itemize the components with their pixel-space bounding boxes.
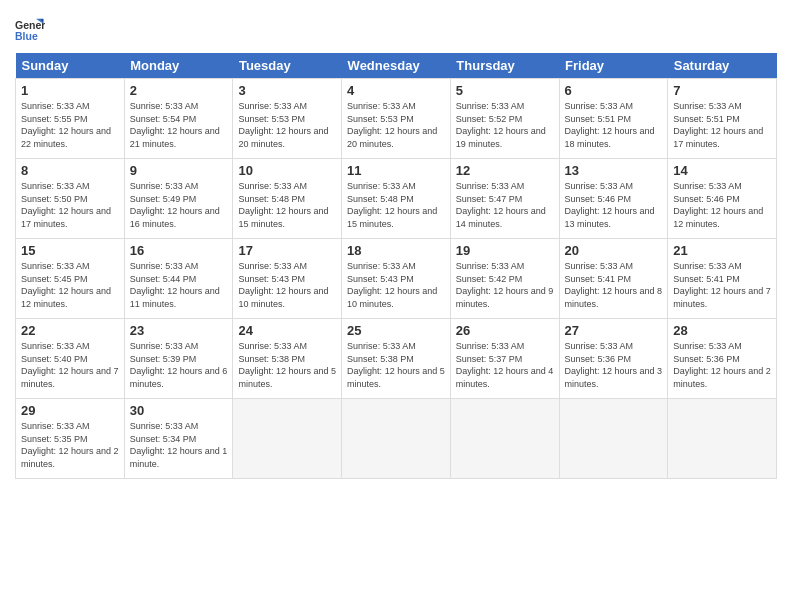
day-number: 13 bbox=[565, 163, 663, 178]
calendar-week-row: 1Sunrise: 5:33 AMSunset: 5:55 PMDaylight… bbox=[16, 79, 777, 159]
main-container: General Blue SundayMondayTuesdayWednesda… bbox=[0, 0, 792, 489]
calendar-week-row: 8Sunrise: 5:33 AMSunset: 5:50 PMDaylight… bbox=[16, 159, 777, 239]
calendar-day-cell: 10Sunrise: 5:33 AMSunset: 5:48 PMDayligh… bbox=[233, 159, 342, 239]
calendar-day-cell: 13Sunrise: 5:33 AMSunset: 5:46 PMDayligh… bbox=[559, 159, 668, 239]
calendar-table: SundayMondayTuesdayWednesdayThursdayFrid… bbox=[15, 53, 777, 479]
weekday-header: Sunday bbox=[16, 53, 125, 79]
day-number: 5 bbox=[456, 83, 554, 98]
calendar-day-cell: 24Sunrise: 5:33 AMSunset: 5:38 PMDayligh… bbox=[233, 319, 342, 399]
calendar-day-cell: 29Sunrise: 5:33 AMSunset: 5:35 PMDayligh… bbox=[16, 399, 125, 479]
calendar-day-cell: 3Sunrise: 5:33 AMSunset: 5:53 PMDaylight… bbox=[233, 79, 342, 159]
day-info: Sunrise: 5:33 AMSunset: 5:46 PMDaylight:… bbox=[673, 180, 771, 230]
calendar-day-cell: 25Sunrise: 5:33 AMSunset: 5:38 PMDayligh… bbox=[342, 319, 451, 399]
calendar-day-cell bbox=[559, 399, 668, 479]
day-number: 28 bbox=[673, 323, 771, 338]
day-info: Sunrise: 5:33 AMSunset: 5:54 PMDaylight:… bbox=[130, 100, 228, 150]
day-info: Sunrise: 5:33 AMSunset: 5:45 PMDaylight:… bbox=[21, 260, 119, 310]
calendar-day-cell: 11Sunrise: 5:33 AMSunset: 5:48 PMDayligh… bbox=[342, 159, 451, 239]
day-info: Sunrise: 5:33 AMSunset: 5:51 PMDaylight:… bbox=[565, 100, 663, 150]
calendar-day-cell: 26Sunrise: 5:33 AMSunset: 5:37 PMDayligh… bbox=[450, 319, 559, 399]
calendar-day-cell: 16Sunrise: 5:33 AMSunset: 5:44 PMDayligh… bbox=[124, 239, 233, 319]
day-number: 27 bbox=[565, 323, 663, 338]
day-info: Sunrise: 5:33 AMSunset: 5:43 PMDaylight:… bbox=[347, 260, 445, 310]
day-info: Sunrise: 5:33 AMSunset: 5:39 PMDaylight:… bbox=[130, 340, 228, 390]
day-number: 16 bbox=[130, 243, 228, 258]
day-info: Sunrise: 5:33 AMSunset: 5:35 PMDaylight:… bbox=[21, 420, 119, 470]
day-info: Sunrise: 5:33 AMSunset: 5:41 PMDaylight:… bbox=[565, 260, 663, 310]
day-info: Sunrise: 5:33 AMSunset: 5:43 PMDaylight:… bbox=[238, 260, 336, 310]
day-info: Sunrise: 5:33 AMSunset: 5:44 PMDaylight:… bbox=[130, 260, 228, 310]
weekday-header-row: SundayMondayTuesdayWednesdayThursdayFrid… bbox=[16, 53, 777, 79]
calendar-day-cell bbox=[450, 399, 559, 479]
day-info: Sunrise: 5:33 AMSunset: 5:42 PMDaylight:… bbox=[456, 260, 554, 310]
day-number: 8 bbox=[21, 163, 119, 178]
calendar-day-cell: 28Sunrise: 5:33 AMSunset: 5:36 PMDayligh… bbox=[668, 319, 777, 399]
day-number: 3 bbox=[238, 83, 336, 98]
calendar-week-row: 22Sunrise: 5:33 AMSunset: 5:40 PMDayligh… bbox=[16, 319, 777, 399]
day-info: Sunrise: 5:33 AMSunset: 5:41 PMDaylight:… bbox=[673, 260, 771, 310]
calendar-day-cell bbox=[233, 399, 342, 479]
calendar-day-cell: 2Sunrise: 5:33 AMSunset: 5:54 PMDaylight… bbox=[124, 79, 233, 159]
day-info: Sunrise: 5:33 AMSunset: 5:49 PMDaylight:… bbox=[130, 180, 228, 230]
calendar-day-cell: 30Sunrise: 5:33 AMSunset: 5:34 PMDayligh… bbox=[124, 399, 233, 479]
day-number: 26 bbox=[456, 323, 554, 338]
weekday-header: Wednesday bbox=[342, 53, 451, 79]
day-info: Sunrise: 5:33 AMSunset: 5:46 PMDaylight:… bbox=[565, 180, 663, 230]
calendar-day-cell: 15Sunrise: 5:33 AMSunset: 5:45 PMDayligh… bbox=[16, 239, 125, 319]
calendar-day-cell: 14Sunrise: 5:33 AMSunset: 5:46 PMDayligh… bbox=[668, 159, 777, 239]
weekday-header: Monday bbox=[124, 53, 233, 79]
day-info: Sunrise: 5:33 AMSunset: 5:50 PMDaylight:… bbox=[21, 180, 119, 230]
day-info: Sunrise: 5:33 AMSunset: 5:36 PMDaylight:… bbox=[673, 340, 771, 390]
calendar-day-cell: 8Sunrise: 5:33 AMSunset: 5:50 PMDaylight… bbox=[16, 159, 125, 239]
calendar-day-cell: 19Sunrise: 5:33 AMSunset: 5:42 PMDayligh… bbox=[450, 239, 559, 319]
day-number: 23 bbox=[130, 323, 228, 338]
day-number: 20 bbox=[565, 243, 663, 258]
day-info: Sunrise: 5:33 AMSunset: 5:55 PMDaylight:… bbox=[21, 100, 119, 150]
header: General Blue bbox=[15, 10, 777, 45]
day-number: 1 bbox=[21, 83, 119, 98]
calendar-day-cell: 6Sunrise: 5:33 AMSunset: 5:51 PMDaylight… bbox=[559, 79, 668, 159]
calendar-day-cell: 22Sunrise: 5:33 AMSunset: 5:40 PMDayligh… bbox=[16, 319, 125, 399]
calendar-day-cell: 23Sunrise: 5:33 AMSunset: 5:39 PMDayligh… bbox=[124, 319, 233, 399]
logo: General Blue bbox=[15, 15, 49, 45]
calendar-day-cell: 21Sunrise: 5:33 AMSunset: 5:41 PMDayligh… bbox=[668, 239, 777, 319]
weekday-header: Saturday bbox=[668, 53, 777, 79]
day-number: 21 bbox=[673, 243, 771, 258]
day-number: 22 bbox=[21, 323, 119, 338]
calendar-day-cell bbox=[668, 399, 777, 479]
day-info: Sunrise: 5:33 AMSunset: 5:38 PMDaylight:… bbox=[347, 340, 445, 390]
calendar-day-cell: 27Sunrise: 5:33 AMSunset: 5:36 PMDayligh… bbox=[559, 319, 668, 399]
day-number: 9 bbox=[130, 163, 228, 178]
calendar-week-row: 29Sunrise: 5:33 AMSunset: 5:35 PMDayligh… bbox=[16, 399, 777, 479]
logo-icon: General Blue bbox=[15, 15, 45, 45]
day-info: Sunrise: 5:33 AMSunset: 5:40 PMDaylight:… bbox=[21, 340, 119, 390]
day-number: 2 bbox=[130, 83, 228, 98]
day-number: 17 bbox=[238, 243, 336, 258]
day-info: Sunrise: 5:33 AMSunset: 5:34 PMDaylight:… bbox=[130, 420, 228, 470]
day-number: 29 bbox=[21, 403, 119, 418]
calendar-day-cell: 9Sunrise: 5:33 AMSunset: 5:49 PMDaylight… bbox=[124, 159, 233, 239]
day-number: 24 bbox=[238, 323, 336, 338]
calendar-day-cell: 12Sunrise: 5:33 AMSunset: 5:47 PMDayligh… bbox=[450, 159, 559, 239]
calendar-day-cell: 1Sunrise: 5:33 AMSunset: 5:55 PMDaylight… bbox=[16, 79, 125, 159]
svg-text:Blue: Blue bbox=[15, 30, 38, 42]
day-info: Sunrise: 5:33 AMSunset: 5:38 PMDaylight:… bbox=[238, 340, 336, 390]
weekday-header: Thursday bbox=[450, 53, 559, 79]
calendar-day-cell: 7Sunrise: 5:33 AMSunset: 5:51 PMDaylight… bbox=[668, 79, 777, 159]
day-info: Sunrise: 5:33 AMSunset: 5:53 PMDaylight:… bbox=[238, 100, 336, 150]
day-number: 10 bbox=[238, 163, 336, 178]
calendar-day-cell: 5Sunrise: 5:33 AMSunset: 5:52 PMDaylight… bbox=[450, 79, 559, 159]
day-info: Sunrise: 5:33 AMSunset: 5:36 PMDaylight:… bbox=[565, 340, 663, 390]
day-info: Sunrise: 5:33 AMSunset: 5:53 PMDaylight:… bbox=[347, 100, 445, 150]
day-info: Sunrise: 5:33 AMSunset: 5:48 PMDaylight:… bbox=[347, 180, 445, 230]
day-number: 19 bbox=[456, 243, 554, 258]
day-number: 30 bbox=[130, 403, 228, 418]
calendar-day-cell bbox=[342, 399, 451, 479]
day-number: 11 bbox=[347, 163, 445, 178]
day-number: 14 bbox=[673, 163, 771, 178]
weekday-header: Tuesday bbox=[233, 53, 342, 79]
calendar-week-row: 15Sunrise: 5:33 AMSunset: 5:45 PMDayligh… bbox=[16, 239, 777, 319]
day-info: Sunrise: 5:33 AMSunset: 5:52 PMDaylight:… bbox=[456, 100, 554, 150]
calendar-day-cell: 20Sunrise: 5:33 AMSunset: 5:41 PMDayligh… bbox=[559, 239, 668, 319]
day-info: Sunrise: 5:33 AMSunset: 5:37 PMDaylight:… bbox=[456, 340, 554, 390]
